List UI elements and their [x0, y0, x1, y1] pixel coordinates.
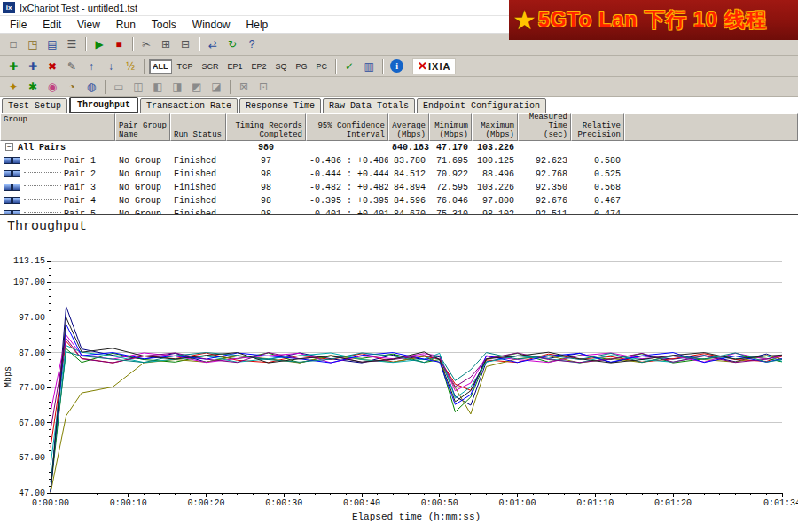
column-header-measured[interactable]: Measured Time (sec) [518, 113, 571, 141]
apply-filter-icon[interactable]: ✓ [340, 59, 358, 74]
cell-filler [624, 181, 798, 194]
tab-transaction-rate[interactable]: Transaction Rate [140, 98, 238, 113]
table-row-pair-3[interactable]: Pair 3No GroupFinished98-0.482 : +0.4828… [0, 181, 798, 194]
protocol-filter-sq[interactable]: SQ [272, 59, 291, 74]
legend-icon[interactable]: ◩ [188, 79, 206, 95]
throughput-chart: 47.0057.0067.0077.0087.0097.00107.00113.… [0, 236, 798, 532]
cell: 97.800 [472, 194, 518, 207]
column-header-average[interactable]: Average (Mbps) [388, 113, 429, 141]
cell: 47.170 [429, 141, 472, 154]
chart-settings-icon[interactable]: ▥ [360, 59, 378, 74]
table-row-pair-1[interactable]: Pair 1No GroupFinished97-0.486 : +0.4868… [0, 154, 798, 168]
toolbar-separator [199, 37, 200, 51]
protocol-filter-scr[interactable]: SCR [199, 59, 223, 74]
protocol-filter-ep2[interactable]: EP2 [248, 59, 270, 74]
cell: 84.894 [388, 181, 429, 194]
protocol-filter-tcp[interactable]: TCP [174, 59, 197, 74]
tab-test-setup[interactable]: Test Setup [2, 98, 67, 113]
help-icon[interactable]: ? [243, 36, 261, 52]
menu-item-file[interactable]: File [2, 17, 35, 33]
print-icon[interactable]: ☰ [63, 36, 81, 52]
cell: 98.102 [472, 207, 518, 214]
cell: 98 [226, 181, 306, 194]
select-icon[interactable]: ◨ [168, 79, 186, 95]
cell: 84.670 [388, 207, 429, 214]
menu-item-run[interactable]: Run [108, 17, 144, 33]
cut-icon[interactable]: ✂ [137, 36, 155, 52]
swap-endpoints-icon[interactable]: ⇄ [204, 36, 222, 52]
endpoint2-icon [12, 184, 20, 191]
move-down-icon[interactable]: ↓ [102, 59, 120, 74]
tab-response-time[interactable]: Response Time [239, 98, 321, 113]
cell-filler [624, 168, 798, 181]
cell: -0.401 : +0.401 [306, 207, 388, 214]
y-tick-label: 113.15 [13, 256, 45, 266]
cell: 98 [226, 194, 306, 207]
cell: 0.568 [571, 181, 624, 194]
save-test-icon[interactable]: ▤ [43, 36, 61, 52]
zoom-out-icon[interactable]: ◫ [129, 79, 147, 95]
zoom-in-icon[interactable]: ▭ [110, 79, 128, 95]
export-icon[interactable]: ⊠ [235, 79, 253, 95]
tab-endpoint-configuration[interactable]: Endpoint Configuration [417, 98, 546, 113]
add-group-icon[interactable]: ✚ [24, 59, 42, 74]
column-header-minimum[interactable]: Minimum (Mbps) [429, 113, 472, 141]
new-test-icon[interactable]: □ [4, 36, 22, 52]
column-header-relative[interactable]: Relative Precision [571, 113, 624, 141]
cell: 103.226 [472, 141, 518, 154]
protocol-filter-ep1[interactable]: EP1 [224, 59, 246, 74]
delete-pair-icon[interactable]: ✖ [43, 59, 61, 74]
menu-item-window[interactable]: Window [184, 17, 239, 33]
column-header-95-confidence[interactable]: 95% Confidence Interval [306, 113, 388, 141]
cell: 0.474 [571, 207, 624, 214]
timer-icon[interactable]: ◔ [63, 79, 81, 95]
snapshot-icon[interactable]: ⊡ [254, 79, 272, 95]
column-header-maximum[interactable]: Maximum (Mbps) [472, 113, 518, 141]
stop-test-icon[interactable]: ■ [110, 36, 128, 52]
collapse-icon[interactable]: − [5, 143, 13, 151]
run-test-icon[interactable]: ▶ [90, 36, 108, 52]
cell: 0.525 [571, 168, 624, 181]
protocol-filter-pg[interactable]: PG [293, 59, 311, 74]
column-header-timing-records[interactable]: Timing Records Completed [226, 113, 306, 141]
pane-splitter[interactable] [0, 214, 798, 215]
open-test-icon[interactable]: ◳ [24, 36, 42, 52]
protocol-filter-pc[interactable]: PC [313, 59, 332, 74]
x-tick-label: 0:00:50 [421, 498, 458, 508]
copy-icon[interactable]: ⊞ [157, 36, 175, 52]
menu-item-view[interactable]: View [69, 17, 108, 33]
options-icon[interactable]: ✱ [24, 79, 42, 95]
pan-icon[interactable]: ◧ [149, 79, 167, 95]
table-row-pair-4[interactable]: Pair 4No GroupFinished98-0.395 : +0.3958… [0, 194, 798, 207]
cell [115, 141, 170, 154]
table-row-pair-2[interactable]: Pair 2No GroupFinished98-0.444 : +0.4448… [0, 168, 798, 181]
info-icon[interactable]: i [390, 59, 403, 73]
column-header-group[interactable]: Group [0, 113, 115, 141]
colors-icon[interactable]: ◉ [43, 79, 61, 95]
y-tick-label: 107.00 [13, 278, 45, 287]
edit-pair-icon[interactable]: ✎ [63, 59, 81, 74]
tab-throughput[interactable]: Throughput [69, 97, 138, 113]
app-window: ix IxChariot Test - untitled1.tst FileEd… [0, 0, 798, 532]
paste-icon[interactable]: ⊟ [176, 36, 194, 52]
protocol-filter-all[interactable]: ALL [149, 59, 172, 74]
refresh-icon[interactable]: ↻ [223, 36, 241, 52]
toolbar-separator [230, 80, 231, 94]
grid-icon[interactable]: ◪ [207, 79, 225, 95]
menu-item-edit[interactable]: Edit [35, 17, 69, 33]
split-view-icon[interactable]: ½ [121, 59, 139, 74]
add-pair-icon[interactable]: ✚ [4, 59, 22, 74]
world-icon[interactable]: ◍ [82, 79, 100, 95]
table-row-pair-5[interactable]: Pair 5No GroupFinished98-0.401 : +0.4018… [0, 207, 798, 214]
y-axis-label: Mbps [4, 366, 13, 387]
move-up-icon[interactable]: ↑ [82, 59, 100, 74]
assistant-icon[interactable]: ✦ [4, 79, 22, 95]
tab-raw-data-totals[interactable]: Raw Data Totals [323, 98, 415, 113]
menu-item-tools[interactable]: Tools [144, 17, 184, 33]
column-header-run-status[interactable]: Run Status [170, 113, 226, 141]
menu-item-help[interactable]: Help [239, 17, 277, 33]
y-tick-label: 67.00 [19, 419, 45, 428]
table-row-all-pairs[interactable]: −All Pairs980840.18347.170103.226 [0, 141, 798, 154]
results-table: GroupPair Group NameRun StatusTiming Rec… [0, 113, 798, 214]
column-header-pair-group[interactable]: Pair Group Name [115, 113, 170, 141]
